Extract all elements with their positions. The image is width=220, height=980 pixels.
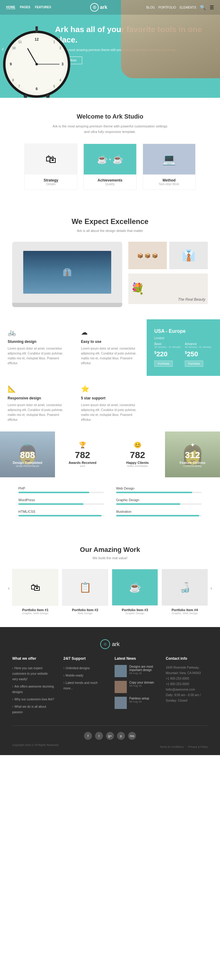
skill-htmlcss-bar xyxy=(18,515,104,516)
footer-support-link-2[interactable]: Mobile-ready xyxy=(64,674,83,677)
rss-icon[interactable]: rss xyxy=(128,732,136,740)
footer-links: Copyright 2015 © All Rights Reserved Ter… xyxy=(12,743,208,749)
portfolio-sub-1: Graphic, Web Design xyxy=(12,612,58,615)
twitter-icon[interactable]: t xyxy=(95,732,103,740)
footer-offer-link-3[interactable]: Why our customers love Ark? xyxy=(12,698,54,701)
skill-graphicdesign-label: Graphic Design xyxy=(116,498,202,502)
footer-news-heading: Latest News xyxy=(115,656,157,661)
footer-logo-section: ⊙ ark xyxy=(12,639,208,649)
search-icon[interactable]: 🔍 xyxy=(200,5,206,10)
laptop-base xyxy=(12,303,122,307)
portfolio-wrapper: ‹ 🛍 Portfolio Item #1 Graphic, Web Desig… xyxy=(12,569,208,615)
stat-content-features: ✦ 312 Feature Options Customizability xyxy=(165,431,220,477)
plan-advance-button[interactable]: Purchase xyxy=(185,361,203,367)
skill-htmlcss-fill xyxy=(18,515,102,516)
footer-logo-text: ark xyxy=(112,641,120,648)
footer-privacy-link[interactable]: Privacy & Policy xyxy=(188,745,208,748)
footer-logo-circle: ⊙ xyxy=(100,639,110,649)
footer-news-item-1: Designs are most important design 06 Aug… xyxy=(115,665,157,677)
footer-offer-link-4[interactable]: What we do is all about passion xyxy=(12,705,46,714)
feature-stunning-text: Lorem ipsum dolor sit amet, consectetur … xyxy=(8,346,66,366)
footer-terms-link[interactable]: Terms & Conditions xyxy=(160,745,183,748)
skill-graphicdesign-bar xyxy=(116,503,202,505)
portfolio-sub: We build the real value! xyxy=(12,556,208,560)
logo-a-icon: ⓪ xyxy=(93,5,96,10)
stat-sub-features: Customizability xyxy=(183,465,202,468)
stat-sub-awards: aark xyxy=(80,465,85,468)
portfolio-item-3: ☕ Portfolio Item #3 Graphic Design xyxy=(112,569,158,615)
portfolio-img-1: 🛍 xyxy=(12,569,58,606)
product-images-top: 📦 📦 📦 👔 xyxy=(128,242,208,269)
skill-graphicdesign-fill xyxy=(116,503,180,505)
stat-content-awards: 🏆 782 Awards Received aark xyxy=(55,431,110,477)
mug-pair: ☕ + ☕ xyxy=(97,154,123,164)
card-sub-strategy: Details xyxy=(29,183,73,186)
nav-blog[interactable]: BLOG xyxy=(147,6,155,9)
nav-home[interactable]: HOME xyxy=(6,5,15,9)
footer-support-link-1[interactable]: Unlimited designs xyxy=(64,667,90,670)
footer-offer-item-3: Why our customers love Ark? xyxy=(12,696,54,702)
footer-latest-news: Latest News Designs are most important d… xyxy=(115,656,157,716)
footer-offer-list: Here you can expect customers to your we… xyxy=(12,665,54,714)
welcome-description: Ark is the most amazing premium theme wi… xyxy=(52,124,168,134)
plan-basic-price: $220 xyxy=(154,350,182,358)
skill-illustration-label: Illustration xyxy=(116,510,202,513)
welcome-card-achievements: ☕ + ☕ Achievements Quality xyxy=(83,144,136,190)
footer-email: hello@awesome.com xyxy=(166,687,208,692)
skill-wordpress-bar xyxy=(18,503,104,505)
footer-social: f t g+ p rss xyxy=(12,732,208,740)
facebook-icon[interactable]: f xyxy=(84,732,92,740)
excellence-section: We Expect Excellence Ark is all about th… xyxy=(0,202,220,319)
footer-news-title-2: Copy your domain xyxy=(129,681,154,684)
stat-label-awards: Awards Received xyxy=(69,461,97,465)
skill-illustration: Illustration xyxy=(116,510,202,516)
trophy-icon: 🏆 xyxy=(79,441,86,449)
feature-stunning: 🚲 Stunning design Lorem ipsum dolor sit … xyxy=(0,319,73,376)
card-title-method: Method xyxy=(147,178,191,183)
responsive-icon: 📐 xyxy=(8,385,66,393)
footer-top: What we offer Here you can expect custom… xyxy=(12,656,208,716)
nav-features[interactable]: FEATURES xyxy=(35,5,51,9)
stat-label-clients: Happy Clients xyxy=(126,461,148,465)
feature-easy: ☁ Easy to use Lorem ipsum dolor sit amet… xyxy=(73,319,147,376)
happy-icon: 😊 xyxy=(134,441,142,449)
feature-stunning-title: Stunning design xyxy=(8,339,66,344)
excellence-grid: 👔 📦 📦 📦 👔 💐 xyxy=(12,242,208,307)
portfolio-prev-arrow[interactable]: ‹ xyxy=(6,584,11,592)
feature-support-title: 5 star support xyxy=(81,396,139,400)
nav-elements[interactable]: ELEMENTS xyxy=(180,6,196,9)
stat-label-design: Design Completed xyxy=(13,461,43,465)
skill-wordpress-label: WordPress xyxy=(18,498,104,502)
nav-portfolio[interactable]: PORTFOLIO xyxy=(158,6,176,9)
menu-icon[interactable]: ☰ xyxy=(210,5,214,10)
portfolio-sub-3: Graphic Design xyxy=(112,612,158,615)
nav-left: HOME PAGES FEATURES xyxy=(6,5,51,9)
skill-illustration-fill xyxy=(116,515,199,516)
footer-contact-details: 1640 Riverside Parkway, Mountain View, C… xyxy=(166,665,208,703)
portfolio-item-2: 📋 Portfolio Item #2 Web Design xyxy=(62,569,108,615)
portfolio-sub-4: Graphic, Web Design xyxy=(162,612,208,615)
footer-offer-heading: What we offer xyxy=(12,656,54,661)
footer-news-text-1: Designs are most important design 06 Aug… xyxy=(129,665,157,677)
footer-support-item-1: Unlimited designs xyxy=(64,665,106,670)
stat-sub-design: Great Performance xyxy=(16,465,40,468)
plan-basic-button[interactable]: Purchase xyxy=(154,361,173,367)
pricing-subtitle: Limited xyxy=(154,336,212,340)
card-img-strategy: 🛍 xyxy=(25,144,77,175)
excellence-right: 📦 📦 📦 👔 💐 The Real Beauty xyxy=(128,242,208,307)
footer-offer-link-2[interactable]: Ark offers awesome stunning designs xyxy=(12,685,54,694)
pricing-region-title: USA - Europe xyxy=(154,328,212,334)
skill-php-fill xyxy=(18,492,89,493)
beauty-label: The Real Beauty xyxy=(178,298,205,302)
portfolio-next-arrow[interactable]: › xyxy=(209,584,214,592)
product-icons: 📦 📦 📦 xyxy=(135,250,160,261)
nav-pages[interactable]: PAGES xyxy=(20,5,30,9)
plan-advance: Advance 30 January - 31 January $250 Pur… xyxy=(185,342,212,367)
excellence-heading: We Expect Excellence xyxy=(12,217,208,226)
footer-bottom: f t g+ p rss Copyright 2015 © All Rights… xyxy=(12,732,208,749)
footer-address: 1640 Riverside Parkway, Mountain View, C… xyxy=(166,665,208,676)
footer-offer-link-1[interactable]: Here you can expect customers to your we… xyxy=(12,667,48,681)
pinterest-icon[interactable]: p xyxy=(117,732,125,740)
footer-support-link-3[interactable]: Latest trends and much more... xyxy=(64,681,98,690)
google-plus-icon[interactable]: g+ xyxy=(106,732,114,740)
